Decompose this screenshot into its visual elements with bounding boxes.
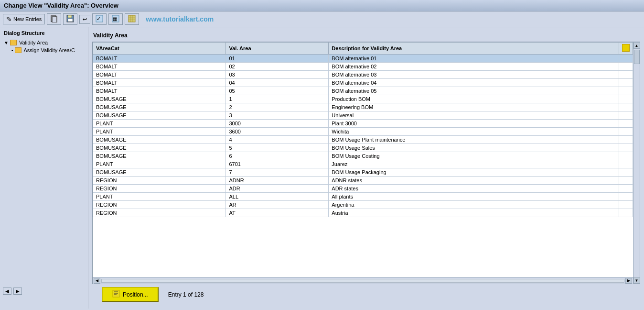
undo-button[interactable]: ↩ [79, 15, 90, 24]
cell-vAreaCat: BOMALT [93, 63, 226, 71]
table-row[interactable]: BOMALT02BOM alternative 02 [93, 63, 633, 71]
cell-vAreaCat: BOMALT [93, 79, 226, 87]
table-row[interactable]: BOMUSAGE5BOM Usage Sales [93, 144, 633, 152]
cell-empty [619, 120, 633, 128]
cell-empty [619, 185, 633, 193]
cell-empty [619, 152, 633, 160]
cell-valArea: 3 [226, 111, 329, 120]
cell-description: BOM alternative 04 [329, 79, 619, 87]
table-row[interactable]: BOMALT05BOM alternative 05 [93, 87, 633, 95]
table-row[interactable]: BOMUSAGE4BOM Usage Plant maintenance [93, 136, 633, 144]
table-scroll[interactable]: VAreaCat Val. Area Description for Valid… [93, 42, 633, 277]
table-row[interactable]: BOMALT01BOM alternative 01 [93, 55, 633, 63]
cell-vAreaCat: BOMUSAGE [93, 168, 226, 177]
table-row[interactable]: BOMUSAGE1Production BOM [93, 95, 633, 103]
tree-arrow-icon: ▼ [4, 40, 9, 45]
copy-button[interactable] [47, 13, 61, 25]
svg-rect-9 [129, 15, 135, 22]
cell-empty [619, 177, 633, 185]
cell-valArea: ALL [226, 193, 329, 201]
cell-valArea: 3000 [226, 120, 329, 128]
cell-empty [619, 55, 633, 63]
table-row[interactable]: PLANT3600Wichita [93, 128, 633, 136]
cell-valArea: 02 [226, 63, 329, 71]
cell-vAreaCat: REGION [93, 185, 226, 193]
table-row[interactable]: BOMALT04BOM alternative 04 [93, 79, 633, 87]
watermark: www.tutorialkart.com [146, 15, 214, 23]
sidebar-item-assign-validity[interactable]: • Assign Validity Area/C [2, 46, 86, 54]
table-row[interactable]: REGIONATAustria [93, 209, 633, 217]
table-row[interactable]: BOMUSAGE3Universal [93, 111, 633, 120]
position-button[interactable]: Position... [102, 287, 159, 302]
sidebar-scroll-left[interactable]: ◀ [3, 288, 11, 295]
grid-icon [128, 15, 136, 23]
horizontal-scrollbar[interactable]: ◀ ▶ [93, 277, 633, 284]
table-row[interactable]: PLANTALLAll plants [93, 193, 633, 201]
cell-description: ADR states [329, 185, 619, 193]
vertical-scrollbar[interactable]: ▲ ▼ [633, 42, 640, 284]
table-row[interactable]: BOMUSAGE7BOM Usage Packaging [93, 168, 633, 177]
cell-description: ADNR states [329, 177, 619, 185]
table-body: BOMALT01BOM alternative 01BOMALT02BOM al… [93, 55, 633, 217]
table-row[interactable]: PLANT6701Juarez [93, 160, 633, 168]
svg-rect-14 [113, 290, 119, 297]
cell-description: All plants [329, 193, 619, 201]
sidebar-item-validity-area[interactable]: ▼ Validity Area [2, 39, 86, 46]
cell-description: Production BOM [329, 95, 619, 103]
cell-valArea: 4 [226, 136, 329, 144]
cell-vAreaCat: BOMALT [93, 87, 226, 95]
cell-vAreaCat: BOMUSAGE [93, 144, 226, 152]
table-container: ▲ ▼ VAreaCat Val. Area Description for V… [92, 42, 640, 284]
cell-vAreaCat: BOMUSAGE [93, 95, 226, 103]
sidebar-scroll-right[interactable]: ▶ [13, 288, 22, 295]
table-row[interactable]: BOMALT03BOM alternative 03 [93, 71, 633, 79]
cell-vAreaCat: BOMUSAGE [93, 136, 226, 144]
scroll-up-btn[interactable]: ▲ [633, 42, 640, 49]
svg-rect-1 [52, 17, 57, 22]
table-row[interactable]: REGIONARArgentina [93, 201, 633, 209]
scroll-thumb[interactable] [634, 50, 640, 64]
table-row[interactable]: REGIONADNRADNR states [93, 177, 633, 185]
sidebar: Dialog Structure ▼ Validity Area • Assig… [0, 27, 88, 309]
col-settings[interactable] [619, 43, 633, 55]
svg-text:▦: ▦ [113, 16, 117, 22]
filter-icon: ▦ [112, 15, 119, 23]
table-row[interactable]: PLANT3000Plant 3000 [93, 120, 633, 128]
save-button[interactable] [63, 13, 77, 25]
cell-vAreaCat: BOMUSAGE [93, 152, 226, 160]
h-scroll-left[interactable]: ◀ [94, 278, 100, 284]
cell-empty [619, 111, 633, 120]
undo-icon: ↩ [83, 16, 87, 22]
settings-icon[interactable] [622, 44, 630, 52]
table-row[interactable]: REGIONADRADR states [93, 185, 633, 193]
col-header-description: Description for Validity Area [329, 43, 619, 55]
check-icon: ✓ [96, 15, 103, 23]
filter-button[interactable]: ▦ [108, 13, 123, 25]
cell-vAreaCat: REGION [93, 209, 226, 217]
cell-valArea: ADNR [226, 177, 329, 185]
cell-description: Argentina [329, 201, 619, 209]
cell-empty [619, 87, 633, 95]
cell-valArea: 6 [226, 152, 329, 160]
new-entries-button[interactable]: ✎ New Entries [3, 14, 45, 24]
h-scroll-right[interactable]: ▶ [625, 278, 632, 284]
table-row[interactable]: BOMUSAGE2Engineering BOM [93, 103, 633, 111]
cell-valArea: AT [226, 209, 329, 217]
toolbar: ✎ New Entries ↩ ✓ ▦ www.tutorialkart.com [0, 11, 644, 27]
cell-vAreaCat: PLANT [93, 128, 226, 136]
entry-info: Entry 1 of 128 [168, 291, 204, 298]
grid-button[interactable] [125, 13, 139, 25]
content-area: Validity Area ▲ ▼ VAreaCat Val. Area Des… [88, 27, 644, 309]
cell-vAreaCat: REGION [93, 201, 226, 209]
h-scroll-track [101, 279, 624, 283]
cell-valArea: 5 [226, 144, 329, 152]
cell-description: BOM Usage Packaging [329, 168, 619, 177]
scroll-down-btn[interactable]: ▼ [633, 277, 640, 284]
check-button[interactable]: ✓ [92, 13, 107, 25]
cell-description: BOM alternative 02 [329, 63, 619, 71]
pen-icon: ✎ [6, 15, 12, 23]
cell-valArea: 3600 [226, 128, 329, 136]
cell-empty [619, 63, 633, 71]
table-row[interactable]: BOMUSAGE6BOM Usage Costing [93, 152, 633, 160]
new-entries-label: New Entries [13, 16, 42, 22]
